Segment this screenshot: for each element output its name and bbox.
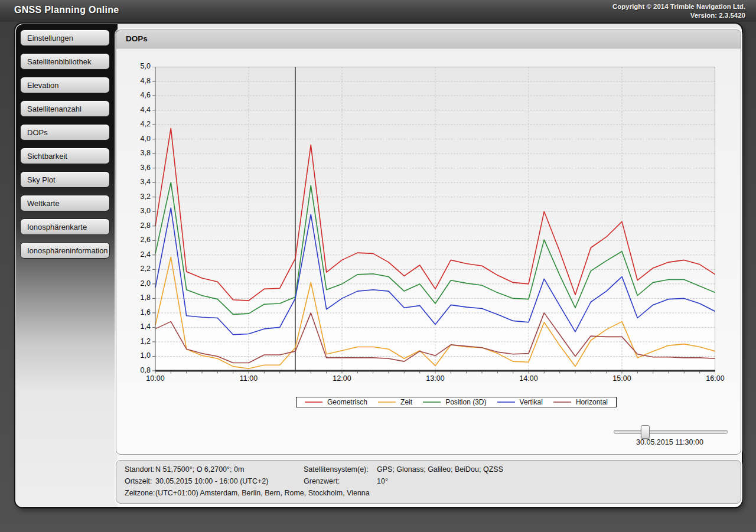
info-label: Ortszeit: — [125, 477, 152, 485]
legend-item-horizontal: Horizontal — [553, 398, 608, 406]
sidebar-item-sky-plot[interactable]: Sky Plot — [20, 171, 110, 188]
y-tick-label: 1,2 — [121, 337, 151, 345]
app-title: GNSS Planning Online — [14, 5, 119, 15]
x-tick-label: 12:00 — [328, 374, 356, 383]
sidebar-item-sichtbarkeit[interactable]: Sichtbarkeit — [20, 148, 110, 164]
info-label: Grenzwert: — [304, 477, 340, 485]
y-tick-label: 4,2 — [121, 120, 151, 128]
legend-label: Zeit — [400, 398, 412, 406]
legend-item-zeit: Zeit — [378, 398, 412, 406]
x-tick-label: 16:00 — [701, 374, 729, 383]
time-slider-label: 30.05.2015 11:30:00 — [584, 438, 755, 446]
y-tick-label: 4,4 — [121, 106, 151, 114]
y-tick-label: 2,0 — [121, 279, 151, 288]
main-panel: EinstellungenSatellitenbibliothekElevati… — [14, 22, 743, 508]
copyright-text: Copyright © 2014 Trimble Navigation Ltd. — [612, 2, 745, 11]
info-label: Standort: — [125, 465, 155, 474]
sidebar-item-ionosph-renkarte[interactable]: Ionosphärenkarte — [20, 218, 110, 235]
legend-label: Geometrisch — [327, 398, 367, 406]
y-tick-label: 4,6 — [121, 91, 151, 99]
info-row: Ortszeit:30.05.2015 10:00 - 16:00 (UTC+2… — [116, 477, 741, 488]
info-value: N 51,7500°; O 6,2700°; 0m — [155, 465, 244, 474]
sidebar-item-einstellungen[interactable]: Einstellungen — [20, 30, 110, 46]
legend-label: Vertikal — [520, 398, 543, 406]
y-tick-label: 1,4 — [121, 322, 151, 331]
dops-panel-header: DOPs — [116, 30, 741, 48]
time-slider[interactable] — [614, 430, 728, 434]
legend-swatch — [378, 402, 396, 403]
dops-chart — [152, 67, 715, 374]
sidebar-item-elevation[interactable]: Elevation — [20, 77, 110, 93]
sidebar: EinstellungenSatellitenbibliothekElevati… — [16, 24, 118, 507]
legend-swatch — [423, 402, 441, 403]
info-value: 30.05.2015 10:00 - 16:00 (UTC+2) — [155, 477, 268, 485]
legend-label: Position (3D) — [445, 398, 486, 406]
y-tick-label: 3,2 — [121, 192, 151, 201]
sidebar-item-dops[interactable]: DOPs — [20, 124, 110, 141]
legend-label: Horizontal — [576, 398, 608, 406]
y-tick-label: 5,0 — [121, 62, 151, 70]
info-value: 10° — [377, 477, 388, 485]
x-tick-label: 15:00 — [608, 374, 636, 383]
x-tick-label: 10:00 — [141, 374, 170, 383]
sidebar-item-ionosph-reninformation[interactable]: Ionosphäreninformation — [20, 242, 110, 259]
info-value: (UTC+01:00) Amsterdam, Berlin, Bern, Rom… — [155, 489, 370, 497]
legend-item-geometrisch: Geometrisch — [305, 398, 367, 406]
y-tick-label: 2,8 — [121, 221, 151, 230]
time-slider-handle[interactable] — [641, 425, 650, 439]
legend-swatch — [497, 402, 515, 403]
legend-item-vertikal: Vertikal — [497, 398, 543, 406]
y-tick-label: 2,4 — [121, 250, 151, 259]
top-bar: GNSS Planning Online Copyright © 2014 Tr… — [0, 0, 756, 22]
info-row: Zeitzone:(UTC+01:00) Amsterdam, Berlin, … — [116, 489, 741, 500]
y-tick-label: 3,8 — [121, 149, 151, 157]
y-tick-label: 1,0 — [121, 351, 151, 360]
sidebar-item-weltkarte[interactable]: Weltkarte — [20, 195, 110, 211]
sidebar-item-satellitenbibliothek[interactable]: Satellitenbibliothek — [20, 53, 110, 70]
legend-item-position-3d-: Position (3D) — [423, 398, 486, 406]
version-text: Version: 2.3.5420 — [612, 11, 745, 20]
info-panel: Standort:N 51,7500°; O 6,2700°; 0mSatell… — [116, 460, 741, 504]
y-tick-label: 1,8 — [121, 293, 151, 302]
info-row: Standort:N 51,7500°; O 6,2700°; 0mSatell… — [116, 465, 741, 476]
x-tick-label: 14:00 — [514, 374, 543, 383]
legend-swatch — [305, 402, 322, 403]
y-tick-label: 4,8 — [121, 77, 151, 85]
legend-swatch — [553, 402, 571, 403]
info-label: Satellitensystem(e): — [304, 465, 369, 474]
x-tick-label: 11:00 — [234, 374, 263, 383]
dops-panel: DOPs 5,04,84,64,44,24,03,83,63,43,23,02,… — [116, 30, 741, 455]
dops-panel-title: DOPs — [126, 34, 148, 43]
y-tick-label: 3,4 — [121, 178, 151, 186]
y-tick-label: 2,2 — [121, 265, 151, 273]
app: GNSS Planning Online Copyright © 2014 Tr… — [0, 0, 756, 532]
y-tick-label: 3,0 — [121, 207, 151, 215]
chart-legend: GeometrischZeitPosition (3D)VertikalHori… — [296, 397, 617, 407]
x-tick-label: 13:00 — [421, 374, 449, 383]
y-tick-label: 0,8 — [121, 366, 151, 374]
y-tick-label: 1,6 — [121, 308, 151, 316]
info-label: Zeitzone: — [125, 489, 155, 497]
info-value: GPS; Glonass; Galileo; BeiDou; QZSS — [377, 465, 503, 474]
y-tick-label: 2,6 — [121, 236, 151, 244]
y-tick-label: 4,0 — [121, 135, 151, 143]
y-tick-label: 3,6 — [121, 164, 151, 172]
header-meta: Copyright © 2014 Trimble Navigation Ltd.… — [612, 2, 745, 20]
sidebar-item-satellitenanzahl[interactable]: Satellitenanzahl — [20, 100, 110, 117]
